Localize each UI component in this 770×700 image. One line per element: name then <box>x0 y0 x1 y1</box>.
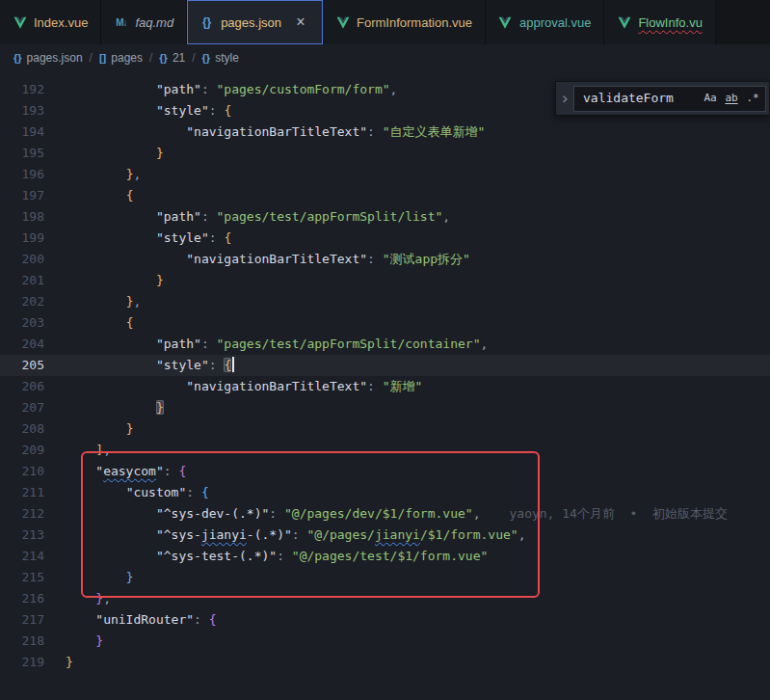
tab-Index.vue[interactable]: Index.vue <box>0 0 101 44</box>
code-token: , <box>103 443 111 457</box>
code-text: "path": "pages/customForm/form", <box>66 79 397 100</box>
code-text: } <box>66 418 133 440</box>
match-case-button[interactable]: Aa <box>701 89 720 108</box>
tab-faq.md[interactable]: M↓faq.md <box>101 0 187 44</box>
code-line-195[interactable]: 195 } <box>0 143 770 164</box>
code-text: "style": { <box>66 228 231 249</box>
code-line-212[interactable]: 212 "^sys-dev-(.*)": "@/pages/dev/$1/for… <box>0 503 770 525</box>
line-number: 194 <box>0 121 44 143</box>
tab-approval.vue[interactable]: approval.vue <box>486 0 604 44</box>
code-text: } <box>66 143 164 164</box>
tab-FormInformation.vue[interactable]: FormInformation.vue <box>323 0 486 44</box>
code-line-211[interactable]: 211 "custom": { <box>0 482 770 503</box>
code-token <box>66 82 156 96</box>
line-number: 212 <box>0 503 44 525</box>
markdown-icon: M↓ <box>114 17 128 28</box>
code-line-203[interactable]: 203 { <box>0 312 770 334</box>
code-text: } <box>66 397 164 418</box>
code-token: "^sys-test-(.*)" <box>156 549 277 563</box>
breadcrumb-item-21[interactable]: {}21 <box>159 51 185 65</box>
breadcrumb-item-style[interactable]: {}style <box>202 51 239 65</box>
breadcrumb-item-pages[interactable]: []pages <box>99 51 143 65</box>
code-line-214[interactable]: 214 "^sys-test-(.*)": "@/pages/test/$1/f… <box>0 546 770 567</box>
breadcrumb-separator: / <box>90 51 93 65</box>
code-token: "@/pages/test/$1/form.vue" <box>292 549 489 563</box>
code-token <box>66 527 156 542</box>
tab-pages.json[interactable]: {}pages.json× <box>187 0 323 44</box>
code-token: "path" <box>156 337 201 351</box>
tab-label: FormInformation.vue <box>357 15 472 30</box>
code-token: , <box>133 167 141 181</box>
code-token: { <box>224 103 231 118</box>
line-number: 214 <box>0 546 44 567</box>
code-token: "^sys-dev-(.*)" <box>156 506 269 521</box>
find-input[interactable]: validateForm Aa ab .* <box>573 86 766 112</box>
code-line-213[interactable]: 213 "^sys-jianyi-(.*)": "@/pages/jianyi/… <box>0 525 770 546</box>
code-line-208[interactable]: 208 } <box>0 418 770 440</box>
code-line-196[interactable]: 196 }, <box>0 164 770 185</box>
code-token: "@/pages/dev/$1/form.vue" <box>284 506 473 521</box>
code-token: "@/pages/ <box>306 527 374 542</box>
code-line-210[interactable]: 210 "easycom": { <box>0 461 770 482</box>
code-token <box>66 294 126 309</box>
code-line-207[interactable]: 207 } <box>0 397 770 418</box>
chevron-right-icon[interactable]: › <box>556 88 573 109</box>
code-token: "pages/test/appFormSplit/container" <box>217 337 481 351</box>
json-icon: {} <box>199 15 214 29</box>
line-number: 199 <box>0 228 44 249</box>
code-line-197[interactable]: 197 { <box>0 185 770 206</box>
regex-button[interactable]: .* <box>743 89 762 108</box>
code-line-201[interactable]: 201 } <box>0 270 770 291</box>
code-line-217[interactable]: 217 "uniIdRouter": { <box>0 609 770 631</box>
line-number: 216 <box>0 588 44 609</box>
code-token: } <box>95 591 103 606</box>
line-number: 198 <box>0 206 44 228</box>
code-text: "easycom": { <box>66 461 186 482</box>
code-line-206[interactable]: 206 "navigationBarTitleText": "新增" <box>0 376 770 397</box>
code-text: "path": "pages/test/appFormSplit/list", <box>66 206 450 228</box>
breadcrumb-label: style <box>215 51 239 65</box>
code-token: " <box>156 464 164 478</box>
code-token: "custom" <box>126 485 187 499</box>
code-token: : <box>367 124 383 139</box>
line-number: 206 <box>0 376 44 397</box>
code-line-209[interactable]: 209 ], <box>0 440 770 461</box>
code-token: { <box>126 188 134 202</box>
tab-label: approval.vue <box>519 15 591 30</box>
tab-FlowInfo.vu[interactable]: FlowInfo.vu <box>604 0 715 44</box>
code-text: { <box>66 312 133 334</box>
code-line-218[interactable]: 218 } <box>0 631 770 652</box>
breadcrumb-item-pages.json[interactable]: {}pages.json <box>13 51 83 65</box>
line-number: 219 <box>0 652 44 673</box>
code-line-199[interactable]: 199 "style": { <box>0 228 770 249</box>
whole-word-button[interactable]: ab <box>722 89 741 108</box>
line-number: 201 <box>0 270 44 291</box>
git-blame-annotation: yaoyn, 14个月前 • 初始版本提交 <box>509 506 728 521</box>
tab-bar: Index.vueM↓faq.md{}pages.json×FormInform… <box>0 0 770 44</box>
code-token: } <box>95 633 103 648</box>
code-token: } <box>156 146 164 160</box>
code-line-204[interactable]: 204 "path": "pages/test/appFormSplit/con… <box>0 334 770 355</box>
line-number: 205 <box>0 355 44 376</box>
code-token <box>66 337 156 351</box>
code-line-219[interactable]: 219} <box>0 652 770 673</box>
code-text: "custom": { <box>66 482 209 503</box>
code-line-215[interactable]: 215 } <box>0 567 770 588</box>
line-number: 192 <box>0 79 44 100</box>
code-token: "navigationBarTitleText" <box>186 379 367 393</box>
line-number: 210 <box>0 461 44 482</box>
code-line-200[interactable]: 200 "navigationBarTitleText": "测试app拆分" <box>0 249 770 270</box>
code-token: , <box>518 527 526 542</box>
code-line-202[interactable]: 202 }, <box>0 291 770 312</box>
code-line-198[interactable]: 198 "path": "pages/test/appFormSplit/lis… <box>0 206 770 228</box>
code-line-194[interactable]: 194 "navigationBarTitleText": "自定义表单新增" <box>0 121 770 143</box>
line-number: 211 <box>0 482 44 503</box>
line-number: 200 <box>0 249 44 270</box>
code-token: } <box>66 655 73 669</box>
close-icon[interactable]: × <box>292 13 309 31</box>
code-line-216[interactable]: 216 }, <box>0 588 770 609</box>
code-token: "navigationBarTitleText" <box>186 252 367 266</box>
code-line-205[interactable]: 205 "style": { <box>0 355 770 376</box>
breadcrumb-separator: / <box>149 51 152 65</box>
code-token: : <box>164 464 179 478</box>
